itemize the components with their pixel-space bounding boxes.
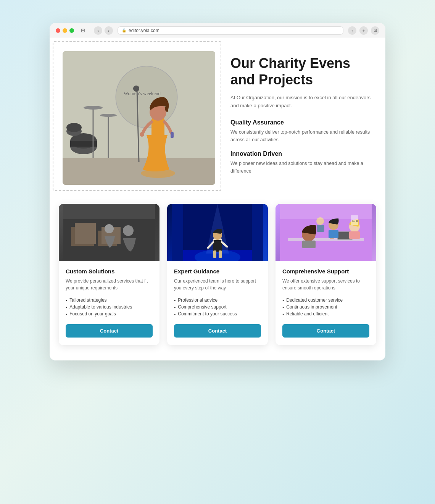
window-controls	[56, 28, 74, 33]
svg-rect-47	[349, 231, 360, 239]
card-expert-guidance: Expert Guidance Our experienced team is …	[167, 204, 268, 345]
card-3-title: Comprehensive Support	[282, 268, 369, 275]
svg-rect-1	[63, 158, 215, 185]
svg-point-9	[66, 123, 82, 132]
svg-point-26	[123, 225, 134, 236]
svg-rect-17	[151, 118, 164, 139]
list-item: Focused on your goals	[66, 310, 153, 317]
feature-innovation-desc: We pioneer new ideas and solutions to st…	[230, 160, 376, 175]
svg-rect-33	[252, 204, 263, 261]
feature-quality-title: Quality Assurance	[230, 119, 376, 126]
address-bar[interactable]: 🔒 editor.yola.com	[118, 26, 343, 35]
list-item: Continuous improvement	[282, 304, 369, 310]
list-item: Professional advice	[174, 297, 261, 304]
page-content: Women's weekend	[50, 38, 385, 360]
share-button[interactable]: ↑	[348, 26, 356, 35]
card-2-title: Expert Guidance	[174, 268, 261, 275]
card-custom-solutions: Custom Solutions We provide personalized…	[59, 204, 160, 345]
feature-innovation: Innovation Driven We pioneer new ideas a…	[230, 150, 376, 175]
svg-text:ISHI: ISHI	[352, 219, 358, 223]
url-text: editor.yola.com	[129, 28, 160, 33]
card-2-svg	[167, 204, 268, 261]
card-1-contact-button[interactable]: Contact	[66, 324, 153, 338]
card-2-desc: Our experienced team is here to support …	[174, 278, 261, 291]
list-item: Reliable and efficient	[282, 310, 369, 317]
card-2-list: Professional advice Comprehensive suppor…	[174, 297, 261, 317]
svg-point-3	[116, 66, 177, 128]
card-3-svg: ISHI	[276, 204, 376, 261]
card-2-contact-button[interactable]: Contact	[174, 324, 261, 338]
lock-icon: 🔒	[122, 28, 126, 32]
card-1-svg	[59, 204, 160, 261]
card-1-list: Tailored strategies Adaptable to various…	[66, 297, 153, 317]
forward-button[interactable]: ›	[105, 26, 113, 35]
fullscreen-dot[interactable]	[69, 28, 74, 33]
close-dot[interactable]	[56, 28, 60, 33]
hero-description: At Our Organization, our mission is to e…	[230, 94, 376, 110]
svg-rect-49	[329, 230, 338, 238]
svg-point-15	[133, 86, 139, 92]
hero-image: Women's weekend	[63, 51, 215, 185]
back-button[interactable]: ‹	[94, 26, 102, 35]
card-1-desc: We provide personalized services that fi…	[66, 278, 153, 291]
svg-rect-53	[317, 225, 324, 232]
card-1-body: Custom Solutions We provide personalized…	[59, 261, 160, 345]
sidebar-toggle-icon[interactable]: ⊟	[79, 26, 87, 35]
list-item: Comprehensive support	[174, 304, 261, 310]
new-tab-button[interactable]: +	[359, 26, 368, 35]
card-comprehensive-support: ISHI Comprehensive Support We offer exte…	[276, 204, 376, 345]
hero-text: Our Charity Evens and Projects At Our Or…	[230, 47, 376, 182]
svg-rect-39	[213, 250, 216, 258]
card-2-body: Expert Guidance Our experienced team is …	[167, 261, 268, 345]
extensions-button[interactable]: ⊡	[371, 26, 379, 35]
list-item: Adaptable to various industries	[66, 304, 153, 310]
hero-title: Our Charity Evens and Projects	[230, 55, 376, 88]
svg-rect-40	[219, 250, 222, 258]
browser-bar: ⊟ ‹ › 🔒 editor.yola.com ↑ + ⊡	[50, 23, 385, 38]
card-3-contact-button[interactable]: Contact	[282, 324, 369, 338]
svg-rect-56	[280, 204, 372, 219]
feature-innovation-title: Innovation Driven	[230, 150, 376, 157]
hero-image-svg: Women's weekend	[63, 51, 215, 185]
svg-point-11	[84, 106, 103, 110]
list-item: Dedicated customer service	[282, 297, 369, 304]
minimize-dot[interactable]	[63, 28, 67, 33]
list-item: Commitment to your success	[174, 310, 261, 317]
hero-image-container: Women's weekend	[59, 47, 215, 185]
svg-point-19	[140, 132, 144, 137]
list-item: Tailored strategies	[66, 297, 153, 304]
hero-section: Women's weekend	[59, 47, 376, 185]
svg-point-27	[105, 224, 114, 233]
svg-point-13	[100, 114, 117, 117]
card-3-list: Dedicated customer service Continuous im…	[282, 297, 369, 317]
feature-quality: Quality Assurance We consistently delive…	[230, 119, 376, 144]
card-3-body: Comprehensive Support We offer extensive…	[276, 261, 376, 345]
card-2-image	[167, 204, 268, 261]
browser-window: ⊟ ‹ › 🔒 editor.yola.com ↑ + ⊡	[50, 23, 385, 360]
nav-buttons: ‹ ›	[94, 26, 113, 35]
svg-rect-35	[213, 240, 222, 252]
svg-rect-20	[171, 132, 174, 138]
svg-rect-23	[75, 223, 96, 244]
svg-text:Women's weekend: Women's weekend	[124, 90, 161, 96]
browser-actions: ↑ + ⊡	[348, 26, 379, 35]
cards-section: Custom Solutions We provide personalized…	[59, 204, 376, 345]
card-3-desc: We offer extensive support services to e…	[282, 278, 369, 291]
card-1-title: Custom Solutions	[66, 268, 153, 275]
svg-rect-51	[302, 241, 316, 248]
card-1-image	[59, 204, 160, 261]
card-3-image: ISHI	[276, 204, 376, 261]
svg-rect-28	[63, 204, 155, 219]
feature-quality-desc: We consistently deliver top-notch perfor…	[230, 128, 376, 144]
svg-rect-32	[172, 204, 183, 261]
